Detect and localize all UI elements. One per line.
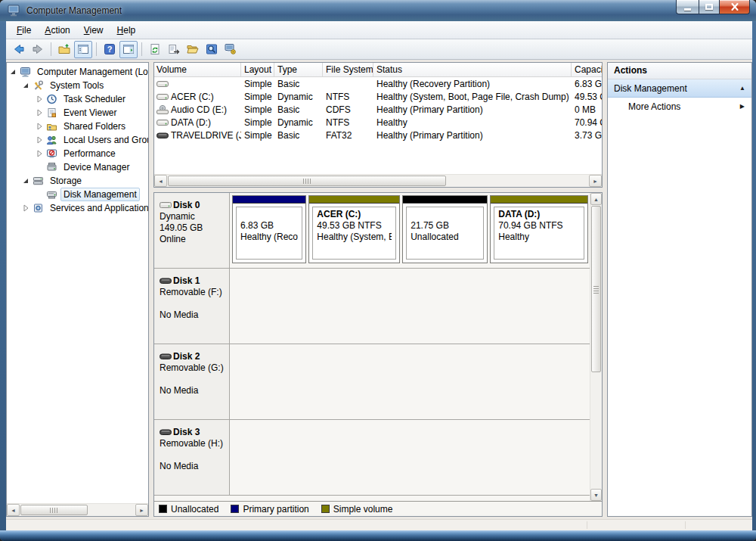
minimize-icon (684, 8, 691, 11)
column-header-status[interactable]: Status (373, 63, 572, 76)
actions-group-disk-management[interactable]: Disk Management ▲ (608, 79, 751, 98)
open-folder-button[interactable] (184, 41, 202, 58)
drive-icon (156, 118, 169, 127)
find-button[interactable] (203, 41, 221, 58)
system-tools-icon (33, 80, 44, 91)
drive-icon (156, 92, 169, 101)
help-button[interactable]: ? (101, 41, 119, 58)
collapsed-arrow-icon[interactable] (36, 123, 45, 131)
scrollbar-track[interactable] (167, 175, 589, 187)
refresh-button[interactable] (146, 41, 164, 58)
expanded-arrow-icon[interactable] (9, 68, 19, 76)
maximize-button[interactable] (699, 0, 720, 14)
partition-name (411, 209, 479, 220)
tree-item-label: Task Scheduler (60, 92, 129, 106)
volume-type: Basic (274, 79, 323, 89)
scroll-up-arrow-icon[interactable]: ▲ (590, 193, 602, 205)
collapsed-arrow-icon[interactable] (22, 204, 32, 213)
scrollbar-grip (50, 508, 58, 513)
volume-row-recovery[interactable]: Simple Basic Healthy (Recovery Partition… (154, 77, 602, 90)
minimize-button[interactable] (676, 0, 699, 14)
tree-item-label: Disk Management (60, 188, 140, 201)
tree-item-label: Shared Folders (60, 120, 129, 133)
disk-3-label[interactable]: Disk 3 Removable (H:) No Media (154, 420, 230, 495)
console-settings-button[interactable] (222, 41, 240, 58)
tree-item-computer-management[interactable]: Computer Management (Local (7, 65, 148, 79)
tree-item-task-scheduler[interactable]: Task Scheduler (7, 92, 148, 106)
volume-capacity: 6.83 GB (572, 79, 602, 89)
column-header-layout[interactable]: Layout (241, 63, 274, 76)
scrollbar-thumb[interactable] (168, 176, 446, 186)
column-header-volume[interactable]: Volume (154, 63, 241, 76)
tree-item-shared-folders[interactable]: Shared Folders (7, 120, 148, 133)
tree-horizontal-scrollbar[interactable]: ◄ ► (7, 503, 148, 516)
tree-item-label: Event Viewer (60, 106, 119, 120)
scrollbar-thumb[interactable] (20, 505, 88, 515)
volume-status: Healthy (Primary Partition) (373, 104, 572, 115)
collapsed-arrow-icon[interactable] (36, 109, 45, 117)
removable-drive-icon (160, 353, 172, 361)
caption-buttons (676, 0, 750, 14)
menu-view[interactable]: View (78, 23, 110, 38)
tree-item-local-users-groups[interactable]: Local Users and Groups (7, 133, 148, 147)
up-one-level-button[interactable] (55, 41, 73, 58)
menu-file[interactable]: File (11, 23, 37, 38)
show-action-pane-button[interactable] (119, 41, 138, 58)
volume-list-horizontal-scrollbar[interactable]: ◄ ► (154, 174, 602, 187)
show-console-tree-button[interactable] (74, 41, 92, 58)
tree-item-services-applications[interactable]: Services and Applications (7, 201, 148, 215)
scroll-left-arrow-icon[interactable]: ◄ (7, 504, 20, 516)
client-area: File Action View Help ? (6, 21, 752, 530)
scrollbar-track[interactable] (20, 504, 135, 516)
volume-name: TRAVELDRIVE (J:) (171, 130, 241, 141)
disk-1-label[interactable]: Disk 1 Removable (F:) No Media (154, 269, 230, 344)
partition-color-band (403, 196, 487, 204)
volume-row-acer-c[interactable]: ACER (C:) Simple Dynamic NTFS Healthy (S… (154, 90, 602, 103)
menu-help[interactable]: Help (111, 23, 142, 38)
scrollbar-track[interactable] (590, 205, 602, 489)
disk-status: No Media (160, 385, 226, 396)
collapsed-arrow-icon[interactable] (36, 136, 45, 145)
tree-item-disk-management[interactable]: Disk Management (7, 188, 148, 201)
disk-2-label[interactable]: Disk 2 Removable (G:) No Media (154, 344, 230, 419)
volume-row-data-d[interactable]: DATA (D:) Simple Dynamic NTFS Healthy 70… (154, 116, 602, 129)
close-button[interactable] (720, 0, 750, 14)
collapsed-arrow-icon[interactable] (36, 95, 45, 104)
forward-button[interactable] (29, 41, 47, 58)
column-header-capacity[interactable]: Capacit (572, 63, 602, 76)
volume-row-audio-cd-e[interactable]: Audio CD (E:) Simple Basic CDFS Healthy … (154, 103, 602, 116)
volume-row-traveldrive-j[interactable]: TRAVELDRIVE (J:) Simple Basic FAT32 Heal… (154, 129, 602, 141)
disk-type: Removable (H:) (160, 438, 226, 449)
disk-view-vertical-scrollbar[interactable]: ▲ ▼ (590, 193, 602, 501)
partition-acer-c[interactable]: ACER (C:) 49.53 GB NTFS Healthy (System,… (308, 195, 400, 263)
tree-item-storage[interactable]: Storage (7, 174, 148, 188)
primary-partition-swatch (231, 505, 239, 513)
collapse-arrow-icon[interactable]: ▲ (739, 85, 745, 92)
column-header-type[interactable]: Type (274, 63, 323, 76)
tree-item-device-manager[interactable]: Device Manager (7, 160, 148, 174)
partition-unallocated[interactable]: 21.75 GB Unallocated (402, 195, 488, 263)
disk-0-label[interactable]: Disk 0 Dynamic 149.05 GB Online (154, 193, 230, 268)
scroll-right-arrow-icon[interactable]: ► (135, 504, 148, 516)
collapsed-arrow-icon[interactable] (36, 150, 45, 158)
scrollbar-thumb[interactable] (591, 206, 601, 372)
export-list-button[interactable] (165, 41, 183, 58)
scroll-right-arrow-icon[interactable]: ► (589, 175, 602, 187)
tree-item-event-viewer[interactable]: Event Viewer (7, 106, 148, 120)
partition-data-d[interactable]: DATA (D:) 70.94 GB NTFS Healthy (490, 195, 588, 263)
unallocated-swatch (159, 505, 167, 513)
more-actions-item[interactable]: More Actions ▶ (608, 98, 751, 115)
scroll-left-arrow-icon[interactable]: ◄ (154, 175, 167, 187)
disk-type: Dynamic (160, 211, 226, 222)
tree-item-performance[interactable]: Performance (7, 147, 148, 160)
tree-item-system-tools[interactable]: System Tools (7, 79, 148, 92)
back-button[interactable] (10, 41, 28, 58)
volume-list: Volume Layout Type File System Status Ca… (153, 62, 603, 188)
partition-recovery[interactable]: 6.83 GB Healthy (Recove (232, 195, 306, 263)
disk-1-partitions (230, 269, 590, 344)
menu-action[interactable]: Action (39, 23, 76, 38)
expanded-arrow-icon[interactable] (22, 177, 32, 185)
scroll-down-arrow-icon[interactable]: ▼ (590, 489, 602, 501)
column-header-file-system[interactable]: File System (323, 63, 373, 76)
expanded-arrow-icon[interactable] (22, 82, 32, 90)
